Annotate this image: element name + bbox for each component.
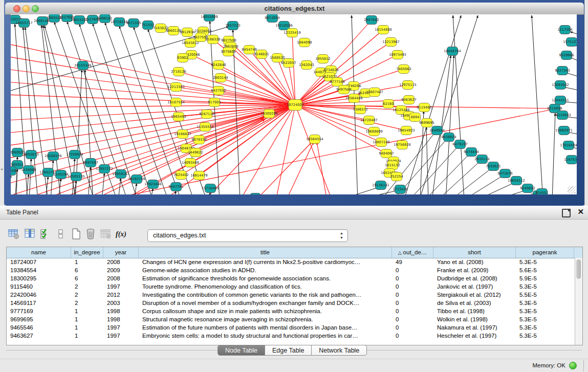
graph-node[interactable]: 2803144 (213, 74, 228, 82)
graph-node[interactable]: 16053809 (201, 14, 218, 21)
graph-node[interactable]: 1640954 (429, 126, 444, 135)
column-header-in_degree[interactable]: in_degree (71, 247, 103, 258)
column-header-name[interactable]: name (7, 247, 71, 258)
column-header-short[interactable]: short (433, 247, 516, 258)
graph-node[interactable]: 16154808 (375, 26, 392, 34)
graph-node[interactable]: 9671355 (126, 19, 141, 28)
panel-collapse-arrow[interactable]: ◂ (1, 167, 3, 171)
graph-node[interactable]: 9329966 (559, 51, 574, 60)
network-table-selector[interactable]: citations_edges.txt ▲▼ (147, 229, 348, 242)
column-header-title[interactable]: title (139, 247, 392, 258)
graph-node[interactable]: 917005 (208, 98, 221, 107)
table-settings-icon[interactable] (7, 227, 20, 240)
function-builder-icon[interactable]: f(x) (115, 227, 128, 240)
graph-node[interactable]: 9242848 (211, 61, 226, 70)
graph-node[interactable]: 751552 (141, 21, 154, 30)
graph-node[interactable]: 12444151 (552, 96, 569, 105)
graph-node[interactable]: 9699695 (419, 119, 434, 127)
graph-node[interactable]: 9097587 (83, 159, 98, 167)
graph-node[interactable]: 19384554 (306, 135, 323, 144)
graph-node[interactable]: 17016504 (560, 141, 577, 150)
graph-node[interactable]: 9055813 (24, 150, 38, 159)
graph-node[interactable]: 12093832 (552, 81, 569, 90)
graph-node[interactable]: 93902 (178, 54, 188, 62)
graph-node[interactable]: 8427552 (211, 86, 226, 95)
graph-node[interactable]: 62160 (383, 100, 394, 108)
row-height-icon[interactable] (54, 227, 68, 240)
graph-node[interactable]: 16914479 (190, 171, 208, 180)
table-row[interactable]: 1830029562008Estimation of significance … (7, 274, 575, 282)
graph-node[interactable]: 17359924 (66, 150, 83, 159)
table-row[interactable]: 946362711997Embryonic stem cells: a mode… (7, 332, 575, 340)
network-canvas[interactable]: 2320315140557172069140610655281527601106… (11, 14, 577, 194)
show-columns-icon[interactable] (24, 227, 37, 240)
delete-columns-icon[interactable] (84, 227, 97, 240)
graph-node[interactable]: 252254 (390, 172, 403, 181)
column-header-year[interactable]: year (103, 247, 139, 258)
scrollbar-thumb[interactable] (576, 259, 581, 279)
graph-node[interactable]: 9777169 (330, 78, 344, 86)
graph-node[interactable]: 8860128 (166, 27, 181, 35)
graph-node[interactable]: 7386372 (353, 105, 367, 114)
graph-node[interactable]: 9497568 (336, 85, 351, 94)
graph-node[interactable]: 20153346 (74, 61, 92, 70)
graph-node[interactable]: 15716485 (202, 184, 219, 193)
graph-node[interactable]: 18107554 (167, 98, 185, 107)
graph-node[interactable]: 10688609 (365, 127, 383, 136)
graph-node[interactable]: 18724007 (287, 100, 304, 111)
graph-node[interactable]: 1965493 (171, 113, 186, 121)
graph-node[interactable]: 6479197 (452, 140, 467, 149)
graph-node[interactable]: 19654923 (398, 126, 415, 135)
resize-grip[interactable] (568, 186, 576, 193)
graph-node[interactable]: 10719155 (111, 18, 128, 27)
tab-edge-table[interactable]: Edge Table (265, 345, 312, 356)
graph-node[interactable]: 3875685 (221, 48, 235, 56)
graph-node[interactable]: 12213967 (382, 38, 400, 47)
graph-node[interactable]: 6522057 (281, 59, 296, 68)
tab-node-table[interactable]: Node Table (217, 345, 265, 356)
graph-node[interactable]: 1156869 (21, 166, 36, 174)
window-titlebar[interactable]: citations_edges.txt (5, 3, 584, 15)
graph-node[interactable]: 8878334 (191, 136, 206, 144)
graph-node[interactable]: 9115460 (417, 103, 431, 112)
graph-node[interactable]: 1864098 (297, 38, 312, 47)
graph-node[interactable]: 9245652 (520, 184, 535, 193)
graph-node[interactable]: 12923446 (144, 180, 162, 189)
graph-node[interactable]: 7485063 (396, 65, 411, 74)
graph-node[interactable]: 15751074 (563, 38, 577, 47)
table-row[interactable]: 977716911998Corpus callosum shape and si… (7, 307, 575, 315)
graph-node[interactable]: 9267110 (199, 110, 214, 119)
graph-node[interactable]: 12975115 (399, 81, 417, 90)
graph-node[interactable]: 9457791 (168, 183, 183, 191)
graph-node[interactable]: 2718126 (171, 68, 186, 76)
select-rows-icon[interactable] (39, 227, 52, 240)
graph-node[interactable]: 9146821 (254, 50, 269, 59)
table-row[interactable]: 911546021997Tourette syndrome. Phenomeno… (7, 282, 575, 291)
table-row[interactable]: 946554611997Estimation of the future num… (7, 323, 575, 332)
graph-node[interactable]: 8894 (410, 113, 421, 122)
graph-node[interactable]: 16648784 (444, 47, 461, 56)
table-row[interactable]: 1938455462009Genome-wide association stu… (7, 266, 575, 274)
graph-node[interactable]: 15692971 (555, 126, 573, 135)
graph-node[interactable]: 39159 (11, 167, 16, 176)
graph-node[interactable]: 924501 (535, 189, 548, 195)
graph-node[interactable]: 9474444 (464, 148, 478, 157)
graph-node[interactable]: 7857223 (225, 21, 240, 30)
graph-node[interactable]: 1145194 (53, 170, 68, 179)
graph-node[interactable]: 1167534 (564, 156, 577, 164)
create-column-icon[interactable] (70, 227, 83, 240)
graph-node[interactable]: 8938924 (441, 133, 456, 142)
graph-node[interactable]: 19136141 (372, 181, 389, 190)
graph-node[interactable]: 2935114 (474, 155, 489, 164)
graph-node[interactable]: 2887682 (364, 16, 379, 25)
table-row[interactable]: 1872400712008Changes of HCN gene express… (7, 258, 575, 266)
graph-node[interactable]: 10654112 (508, 177, 525, 185)
graph-node[interactable]: 1449822 (188, 148, 203, 157)
graph-node[interactable]: 8813054 (265, 14, 279, 23)
graph-node[interactable]: 7625402 (173, 171, 188, 180)
float-panel-icon[interactable] (562, 209, 571, 217)
graph-node[interactable] (250, 193, 261, 195)
column-header-out_de[interactable]: △out_de… (392, 247, 433, 258)
column-header-pagerank[interactable]: pagerank (516, 247, 574, 258)
close-panel-icon[interactable]: ✕ (577, 207, 584, 216)
